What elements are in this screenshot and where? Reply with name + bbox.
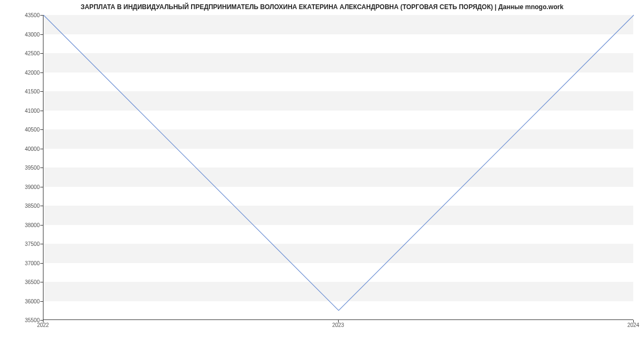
y-tick-label: 39500 [8, 165, 40, 171]
y-tick-label: 42500 [8, 50, 40, 56]
y-tick-label: 43000 [8, 31, 40, 37]
y-tick-label: 38500 [8, 203, 40, 209]
y-tick-label: 41000 [8, 107, 40, 113]
y-tick-label: 35500 [8, 317, 40, 323]
x-tick-label: 2023 [332, 322, 344, 328]
salary-line-chart: ЗАРПЛАТА В ИНДИВИДУАЛЬНЫЙ ПРЕДПРИНИМАТЕЛ… [0, 0, 644, 349]
y-tick-label: 41500 [8, 89, 40, 94]
y-tick-label: 36000 [8, 298, 40, 304]
y-tick-label: 43500 [8, 12, 40, 18]
plot-area [43, 15, 633, 320]
y-tick-label: 40500 [8, 127, 40, 133]
y-tick-label: 38000 [8, 222, 40, 228]
y-tick-label: 37000 [8, 260, 40, 266]
x-tick-label: 2022 [37, 322, 49, 328]
x-tick-label: 2024 [627, 322, 639, 328]
y-tick-label: 37500 [8, 241, 40, 247]
y-tick-label: 40000 [8, 146, 40, 151]
data-line [43, 15, 633, 319]
y-tick-label: 39000 [8, 184, 40, 190]
y-tick-label: 42000 [8, 69, 40, 75]
y-tick-label: 36500 [8, 279, 40, 285]
chart-title: ЗАРПЛАТА В ИНДИВИДУАЛЬНЫЙ ПРЕДПРИНИМАТЕЛ… [0, 3, 644, 11]
